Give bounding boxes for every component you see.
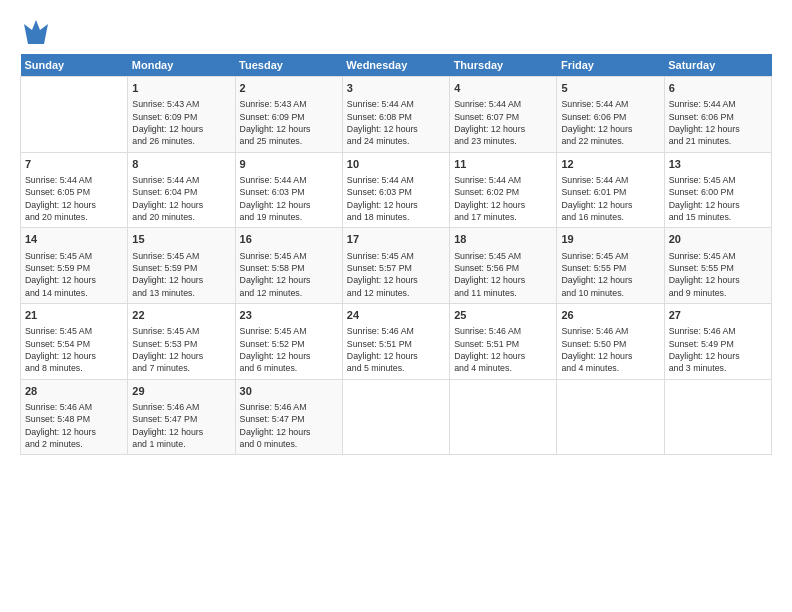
day-cell: 7Sunrise: 5:44 AMSunset: 6:05 PMDaylight… bbox=[21, 152, 128, 228]
day-number: 1 bbox=[132, 81, 230, 96]
day-number: 3 bbox=[347, 81, 445, 96]
day-info: Sunrise: 5:46 AMSunset: 5:51 PMDaylight:… bbox=[454, 325, 552, 374]
day-info: Sunrise: 5:45 AMSunset: 5:54 PMDaylight:… bbox=[25, 325, 123, 374]
day-number: 27 bbox=[669, 308, 767, 323]
day-info: Sunrise: 5:45 AMSunset: 5:59 PMDaylight:… bbox=[132, 250, 230, 299]
day-cell: 29Sunrise: 5:46 AMSunset: 5:47 PMDayligh… bbox=[128, 379, 235, 455]
day-number: 15 bbox=[132, 232, 230, 247]
day-info: Sunrise: 5:45 AMSunset: 5:59 PMDaylight:… bbox=[25, 250, 123, 299]
day-cell: 5Sunrise: 5:44 AMSunset: 6:06 PMDaylight… bbox=[557, 77, 664, 153]
day-number: 13 bbox=[669, 157, 767, 172]
day-info: Sunrise: 5:45 AMSunset: 5:52 PMDaylight:… bbox=[240, 325, 338, 374]
day-info: Sunrise: 5:44 AMSunset: 6:02 PMDaylight:… bbox=[454, 174, 552, 223]
week-row-3: 14Sunrise: 5:45 AMSunset: 5:59 PMDayligh… bbox=[21, 228, 772, 304]
col-header-monday: Monday bbox=[128, 54, 235, 77]
day-cell: 1Sunrise: 5:43 AMSunset: 6:09 PMDaylight… bbox=[128, 77, 235, 153]
day-number: 28 bbox=[25, 384, 123, 399]
week-row-5: 28Sunrise: 5:46 AMSunset: 5:48 PMDayligh… bbox=[21, 379, 772, 455]
day-info: Sunrise: 5:44 AMSunset: 6:03 PMDaylight:… bbox=[347, 174, 445, 223]
col-header-wednesday: Wednesday bbox=[342, 54, 449, 77]
day-cell: 8Sunrise: 5:44 AMSunset: 6:04 PMDaylight… bbox=[128, 152, 235, 228]
day-cell: 3Sunrise: 5:44 AMSunset: 6:08 PMDaylight… bbox=[342, 77, 449, 153]
day-cell: 12Sunrise: 5:44 AMSunset: 6:01 PMDayligh… bbox=[557, 152, 664, 228]
day-number: 24 bbox=[347, 308, 445, 323]
day-number: 23 bbox=[240, 308, 338, 323]
day-cell: 18Sunrise: 5:45 AMSunset: 5:56 PMDayligh… bbox=[450, 228, 557, 304]
day-info: Sunrise: 5:45 AMSunset: 5:58 PMDaylight:… bbox=[240, 250, 338, 299]
day-cell: 6Sunrise: 5:44 AMSunset: 6:06 PMDaylight… bbox=[664, 77, 771, 153]
day-info: Sunrise: 5:43 AMSunset: 6:09 PMDaylight:… bbox=[240, 98, 338, 147]
day-number: 12 bbox=[561, 157, 659, 172]
day-cell: 15Sunrise: 5:45 AMSunset: 5:59 PMDayligh… bbox=[128, 228, 235, 304]
day-number: 19 bbox=[561, 232, 659, 247]
day-info: Sunrise: 5:45 AMSunset: 5:57 PMDaylight:… bbox=[347, 250, 445, 299]
day-cell: 9Sunrise: 5:44 AMSunset: 6:03 PMDaylight… bbox=[235, 152, 342, 228]
col-header-tuesday: Tuesday bbox=[235, 54, 342, 77]
day-info: Sunrise: 5:43 AMSunset: 6:09 PMDaylight:… bbox=[132, 98, 230, 147]
day-cell bbox=[557, 379, 664, 455]
day-number: 10 bbox=[347, 157, 445, 172]
day-info: Sunrise: 5:44 AMSunset: 6:06 PMDaylight:… bbox=[561, 98, 659, 147]
week-row-4: 21Sunrise: 5:45 AMSunset: 5:54 PMDayligh… bbox=[21, 303, 772, 379]
day-number: 18 bbox=[454, 232, 552, 247]
day-info: Sunrise: 5:45 AMSunset: 5:56 PMDaylight:… bbox=[454, 250, 552, 299]
day-info: Sunrise: 5:44 AMSunset: 6:01 PMDaylight:… bbox=[561, 174, 659, 223]
day-info: Sunrise: 5:44 AMSunset: 6:08 PMDaylight:… bbox=[347, 98, 445, 147]
day-number: 26 bbox=[561, 308, 659, 323]
day-number: 5 bbox=[561, 81, 659, 96]
day-info: Sunrise: 5:45 AMSunset: 5:55 PMDaylight:… bbox=[669, 250, 767, 299]
day-cell: 25Sunrise: 5:46 AMSunset: 5:51 PMDayligh… bbox=[450, 303, 557, 379]
col-header-saturday: Saturday bbox=[664, 54, 771, 77]
col-header-sunday: Sunday bbox=[21, 54, 128, 77]
day-cell: 2Sunrise: 5:43 AMSunset: 6:09 PMDaylight… bbox=[235, 77, 342, 153]
day-number: 30 bbox=[240, 384, 338, 399]
day-cell: 30Sunrise: 5:46 AMSunset: 5:47 PMDayligh… bbox=[235, 379, 342, 455]
page: SundayMondayTuesdayWednesdayThursdayFrid… bbox=[0, 0, 792, 612]
day-cell: 23Sunrise: 5:45 AMSunset: 5:52 PMDayligh… bbox=[235, 303, 342, 379]
day-info: Sunrise: 5:46 AMSunset: 5:48 PMDaylight:… bbox=[25, 401, 123, 450]
day-number: 16 bbox=[240, 232, 338, 247]
logo-icon bbox=[20, 16, 48, 44]
day-number: 2 bbox=[240, 81, 338, 96]
day-cell: 17Sunrise: 5:45 AMSunset: 5:57 PMDayligh… bbox=[342, 228, 449, 304]
day-info: Sunrise: 5:46 AMSunset: 5:50 PMDaylight:… bbox=[561, 325, 659, 374]
day-number: 21 bbox=[25, 308, 123, 323]
col-header-thursday: Thursday bbox=[450, 54, 557, 77]
day-cell: 4Sunrise: 5:44 AMSunset: 6:07 PMDaylight… bbox=[450, 77, 557, 153]
day-cell: 22Sunrise: 5:45 AMSunset: 5:53 PMDayligh… bbox=[128, 303, 235, 379]
week-row-1: 1Sunrise: 5:43 AMSunset: 6:09 PMDaylight… bbox=[21, 77, 772, 153]
day-cell: 21Sunrise: 5:45 AMSunset: 5:54 PMDayligh… bbox=[21, 303, 128, 379]
week-row-2: 7Sunrise: 5:44 AMSunset: 6:05 PMDaylight… bbox=[21, 152, 772, 228]
day-number: 9 bbox=[240, 157, 338, 172]
day-cell: 20Sunrise: 5:45 AMSunset: 5:55 PMDayligh… bbox=[664, 228, 771, 304]
day-cell: 11Sunrise: 5:44 AMSunset: 6:02 PMDayligh… bbox=[450, 152, 557, 228]
day-number: 4 bbox=[454, 81, 552, 96]
day-info: Sunrise: 5:44 AMSunset: 6:06 PMDaylight:… bbox=[669, 98, 767, 147]
day-number: 11 bbox=[454, 157, 552, 172]
day-cell bbox=[664, 379, 771, 455]
day-cell: 14Sunrise: 5:45 AMSunset: 5:59 PMDayligh… bbox=[21, 228, 128, 304]
day-info: Sunrise: 5:44 AMSunset: 6:07 PMDaylight:… bbox=[454, 98, 552, 147]
day-cell: 27Sunrise: 5:46 AMSunset: 5:49 PMDayligh… bbox=[664, 303, 771, 379]
header-row: SundayMondayTuesdayWednesdayThursdayFrid… bbox=[21, 54, 772, 77]
day-number: 29 bbox=[132, 384, 230, 399]
header bbox=[20, 16, 772, 44]
svg-marker-0 bbox=[24, 20, 48, 44]
day-cell: 16Sunrise: 5:45 AMSunset: 5:58 PMDayligh… bbox=[235, 228, 342, 304]
day-number: 14 bbox=[25, 232, 123, 247]
day-cell: 10Sunrise: 5:44 AMSunset: 6:03 PMDayligh… bbox=[342, 152, 449, 228]
day-info: Sunrise: 5:45 AMSunset: 5:55 PMDaylight:… bbox=[561, 250, 659, 299]
day-cell: 19Sunrise: 5:45 AMSunset: 5:55 PMDayligh… bbox=[557, 228, 664, 304]
day-number: 17 bbox=[347, 232, 445, 247]
day-info: Sunrise: 5:44 AMSunset: 6:05 PMDaylight:… bbox=[25, 174, 123, 223]
day-info: Sunrise: 5:44 AMSunset: 6:04 PMDaylight:… bbox=[132, 174, 230, 223]
day-info: Sunrise: 5:44 AMSunset: 6:03 PMDaylight:… bbox=[240, 174, 338, 223]
day-number: 6 bbox=[669, 81, 767, 96]
day-info: Sunrise: 5:46 AMSunset: 5:47 PMDaylight:… bbox=[132, 401, 230, 450]
day-cell: 28Sunrise: 5:46 AMSunset: 5:48 PMDayligh… bbox=[21, 379, 128, 455]
day-number: 8 bbox=[132, 157, 230, 172]
day-cell bbox=[342, 379, 449, 455]
day-number: 7 bbox=[25, 157, 123, 172]
day-number: 22 bbox=[132, 308, 230, 323]
logo bbox=[20, 16, 52, 44]
